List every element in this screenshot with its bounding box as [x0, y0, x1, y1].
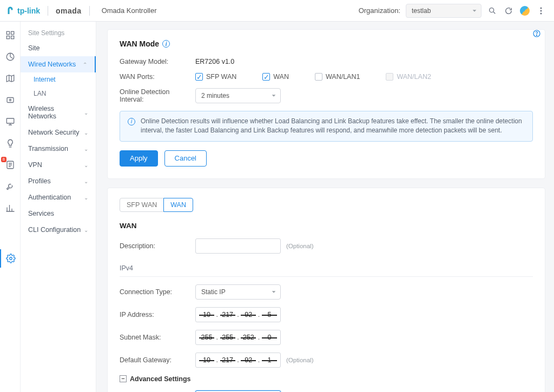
sidebar-item-security[interactable]: Network Security⌄ — [21, 124, 96, 141]
apply-button[interactable]: Apply — [120, 150, 158, 167]
svg-point-0 — [490, 8, 494, 12]
default-gateway-input[interactable]: 10. 217. 92. 1 — [195, 353, 281, 368]
svg-point-3 — [540, 10, 542, 11]
detect-interval-label: Online Detection Interval: — [120, 88, 195, 103]
default-gateway-label: Default Gateway: — [120, 356, 195, 364]
gateway-model-label: Gateway Model: — [120, 58, 195, 65]
rail-badge: 8 — [1, 157, 6, 162]
svg-rect-8 — [11, 36, 14, 39]
minus-icon: − — [120, 375, 127, 382]
icon-rail: 8 — [0, 22, 21, 392]
chevron-down-icon — [271, 289, 276, 295]
tab-wan[interactable]: WAN — [163, 198, 193, 212]
avatar[interactable] — [519, 5, 530, 16]
help-icon[interactable] — [532, 29, 541, 38]
chevron-up-icon: ⌃ — [83, 62, 87, 68]
sidebar-heading: Site Settings — [21, 26, 96, 40]
organization-label: Organization: — [359, 6, 400, 15]
app-body: 8 Site Settings Site Wired Networks ⌃ In… — [0, 22, 554, 392]
ip-address-label: IP Address: — [120, 311, 195, 318]
svg-point-16 — [536, 35, 537, 36]
advanced-toggle[interactable]: − Advanced Settings — [120, 375, 533, 383]
chevron-down-icon: ⌄ — [84, 110, 88, 116]
brand-block: tp-link omada Omada Kontroller — [5, 6, 157, 16]
rail-map-icon[interactable] — [4, 72, 16, 84]
sidebar-item-vpn[interactable]: VPN⌄ — [21, 157, 96, 173]
organization-select[interactable]: testlab — [406, 4, 482, 18]
sidebar-item-wireless[interactable]: Wireless Networks⌄ — [21, 101, 96, 124]
sidebar-item-internet[interactable]: Internet — [21, 72, 96, 87]
chevron-down-icon — [271, 93, 276, 98]
gateway-model-value: ER7206 v1.0 — [195, 58, 234, 65]
omada-wordmark: omada — [56, 6, 82, 15]
main-content: WAN Mode i Gateway Model: ER7206 v1.0 WA… — [96, 22, 554, 392]
chevron-down-icon: ⌄ — [84, 195, 88, 201]
default-gateway-hint: (Optional) — [286, 357, 314, 363]
sidebar-item-profiles[interactable]: Profiles⌄ — [21, 173, 96, 189]
organization-value: testlab — [412, 7, 431, 15]
wan-port-wanlan1[interactable]: WAN/LAN1 — [315, 73, 360, 81]
description-input[interactable] — [195, 238, 281, 254]
sidebar-item-authentication[interactable]: Authentication⌄ — [21, 189, 96, 205]
wan-mode-title: WAN Mode i — [120, 39, 533, 48]
search-icon[interactable] — [487, 5, 498, 16]
sidebar-item-cli[interactable]: CLI Configuration⌄ — [21, 222, 96, 238]
svg-rect-12 — [6, 118, 14, 123]
topbar-right: Organization: testlab — [359, 4, 546, 18]
refresh-icon[interactable] — [503, 5, 514, 16]
rail-logs-icon[interactable]: 8 — [4, 159, 16, 171]
wan-tabs: SFP WAN WAN — [120, 198, 533, 212]
detect-interval-select[interactable]: 2 minutes — [195, 88, 281, 103]
wan-ports-checks: ✓ SFP WAN ✓ WAN WAN/LAN1 WAN/LAN2 — [195, 73, 431, 81]
sidebar-item-site[interactable]: Site — [21, 40, 96, 56]
ipv4-subheading: IPv4 — [120, 261, 533, 277]
wan-panel: SFP WAN WAN WAN Description: (Optional) … — [107, 188, 545, 392]
wan-port-wan[interactable]: ✓ WAN — [262, 73, 289, 81]
wan-mode-panel: WAN Mode i Gateway Model: ER7206 v1.0 WA… — [107, 29, 545, 179]
sidebar-item-services[interactable]: Services — [21, 205, 96, 222]
rail-reports-icon[interactable] — [4, 202, 16, 214]
cancel-button[interactable]: Cancel — [164, 150, 207, 167]
wan-port-wanlan2: WAN/LAN2 — [386, 73, 431, 81]
wan-port-sfp[interactable]: ✓ SFP WAN — [195, 73, 236, 81]
svg-point-14 — [9, 257, 12, 260]
subnet-mask-label: Subnet Mask: — [120, 334, 195, 341]
chevron-down-icon — [472, 8, 477, 14]
svg-point-2 — [540, 7, 542, 9]
wan-ports-label: WAN Ports: — [120, 73, 195, 81]
chevron-down-icon: ⌄ — [84, 227, 88, 233]
ip-address-input[interactable]: 10. 217. 92. 5 — [195, 307, 281, 322]
chevron-down-icon: ⌄ — [84, 130, 88, 136]
sidebar-item-lan[interactable]: LAN — [21, 87, 96, 101]
rail-clients-icon[interactable] — [4, 116, 16, 128]
svg-rect-6 — [11, 31, 14, 34]
chevron-down-icon: ⌄ — [84, 162, 88, 168]
rail-insights-icon[interactable] — [4, 137, 16, 149]
rail-statistics-icon[interactable] — [4, 51, 16, 63]
subnet-mask-input[interactable]: 255. 255. 252. 0 — [195, 330, 281, 345]
rail-dashboard-icon[interactable] — [4, 29, 16, 41]
conn-type-select[interactable]: Static IP — [195, 284, 281, 300]
description-hint: (Optional) — [286, 243, 314, 249]
checkbox-icon: ✓ — [262, 73, 270, 81]
tplink-logo: tp-link — [5, 6, 40, 16]
brand-separator — [48, 6, 48, 16]
brand-separator-2 — [89, 6, 90, 16]
description-label: Description: — [120, 242, 195, 250]
svg-line-1 — [493, 12, 495, 14]
sidebar: Site Settings Site Wired Networks ⌃ Inte… — [21, 22, 96, 392]
info-icon: i — [128, 118, 135, 125]
sidebar-item-wired[interactable]: Wired Networks ⌃ — [21, 56, 96, 72]
app-title: Omada Kontroller — [102, 6, 157, 15]
wan-section-title: WAN — [120, 222, 533, 230]
rail-settings-icon[interactable] — [5, 253, 17, 264]
info-icon[interactable]: i — [162, 40, 170, 48]
rail-devices-icon[interactable] — [4, 94, 16, 106]
conn-type-label: Connection Type: — [120, 288, 195, 296]
rail-tools-icon[interactable] — [4, 181, 16, 192]
more-icon[interactable] — [536, 5, 546, 16]
sidebar-item-transmission[interactable]: Transmission⌄ — [21, 141, 96, 157]
checkbox-icon: ✓ — [195, 73, 203, 81]
svg-point-4 — [540, 12, 542, 14]
tab-sfp-wan[interactable]: SFP WAN — [120, 198, 164, 212]
